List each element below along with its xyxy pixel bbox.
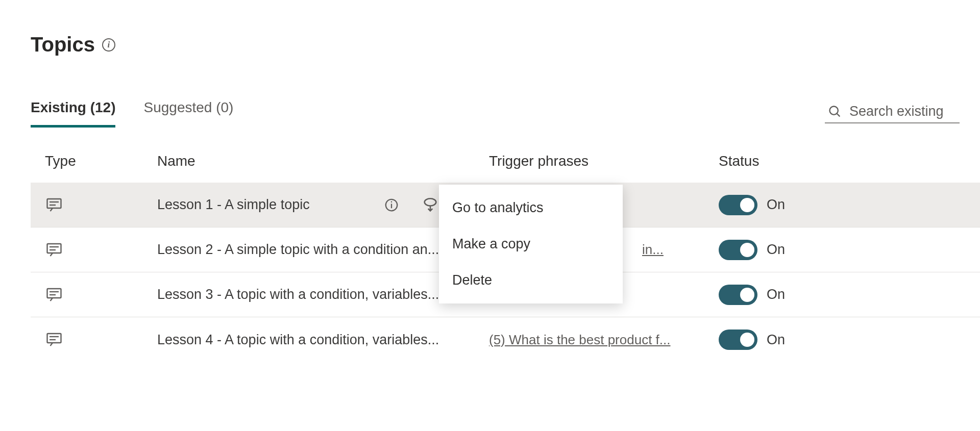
trigger-phrases-link[interactable]: (5) What is the best product f... <box>489 332 719 348</box>
status-label: On <box>767 242 785 258</box>
tab-suggested[interactable]: Suggested (0) <box>143 99 233 128</box>
page-title-text: Topics <box>31 33 95 56</box>
col-type[interactable]: Type <box>45 153 157 169</box>
status-label: On <box>767 287 785 302</box>
status-label: On <box>767 197 785 213</box>
topic-icon <box>45 241 157 259</box>
svg-line-1 <box>837 113 840 116</box>
svg-rect-15 <box>47 289 61 298</box>
svg-point-8 <box>425 198 436 206</box>
status-cell: On <box>719 329 980 350</box>
topic-name[interactable]: Lesson 3 - A topic with a condition, var… <box>157 287 439 302</box>
details-icon[interactable] <box>377 191 406 219</box>
menu-delete[interactable]: Delete <box>439 262 623 298</box>
tabs-row: Existing (12) Suggested (0) <box>31 99 980 128</box>
status-toggle[interactable] <box>719 240 757 260</box>
svg-point-7 <box>391 201 393 202</box>
topic-icon <box>45 331 157 349</box>
table-row[interactable]: Lesson 4 - A topic with a condition, var… <box>31 317 980 362</box>
topic-icon <box>45 196 157 214</box>
topics-page: Topics i Existing (12) Suggested (0) Typ… <box>0 0 980 362</box>
info-icon[interactable]: i <box>102 38 115 52</box>
tab-existing[interactable]: Existing (12) <box>31 99 115 128</box>
topic-icon <box>45 286 157 304</box>
svg-rect-2 <box>47 199 61 208</box>
status-cell: On <box>719 285 980 305</box>
status-label: On <box>767 332 785 348</box>
status-toggle[interactable] <box>719 329 757 350</box>
status-toggle[interactable] <box>719 285 757 305</box>
col-trigger[interactable]: Trigger phrases <box>489 153 719 169</box>
search-box[interactable] <box>825 104 960 123</box>
topic-name[interactable]: Lesson 1 - A simple topic <box>157 197 310 213</box>
svg-rect-18 <box>47 334 61 343</box>
menu-go-to-analytics[interactable]: Go to analytics <box>439 190 623 226</box>
svg-rect-12 <box>47 244 61 253</box>
search-icon <box>828 105 842 119</box>
topic-name[interactable]: Lesson 2 - A simple topic with a conditi… <box>157 242 439 258</box>
table-header: Type Name Trigger phrases Status <box>31 153 980 183</box>
col-name[interactable]: Name <box>157 153 489 169</box>
page-title: Topics i <box>31 33 980 56</box>
status-toggle[interactable] <box>719 195 757 215</box>
svg-point-0 <box>830 106 838 114</box>
name-cell: Lesson 4 - A topic with a condition, var… <box>157 332 489 348</box>
status-cell: On <box>719 195 980 215</box>
search-input[interactable] <box>849 104 957 119</box>
topic-name[interactable]: Lesson 4 - A topic with a condition, var… <box>157 332 439 348</box>
menu-make-a-copy[interactable]: Make a copy <box>439 226 623 262</box>
tabs: Existing (12) Suggested (0) <box>31 99 233 128</box>
col-status[interactable]: Status <box>719 153 980 169</box>
context-menu: Go to analytics Make a copy Delete <box>439 185 623 303</box>
status-cell: On <box>719 240 980 260</box>
